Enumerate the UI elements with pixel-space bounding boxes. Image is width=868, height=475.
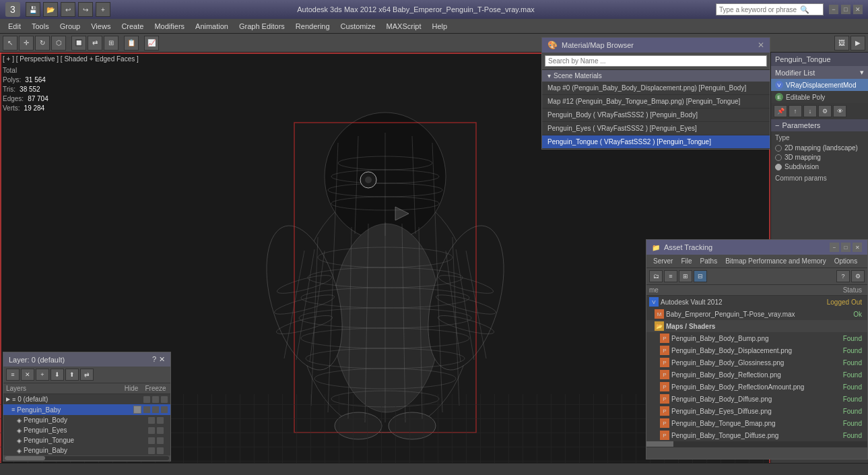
- window-controls[interactable]: − □ ✕: [829, 5, 863, 14]
- modifier-vray[interactable]: V VRayDisplacementMod: [771, 79, 868, 91]
- layer-row-baby2[interactable]: ◈ Penguin_Baby: [3, 445, 170, 455]
- ap-btn-settings[interactable]: ⚙: [851, 270, 865, 282]
- layer-row-baby[interactable]: ≡ Penguin_Baby: [3, 404, 170, 415]
- ap-asset-1[interactable]: P Penguin_Baby_Body_Displacement.png Fou…: [646, 344, 867, 356]
- lp-btn-up[interactable]: ⬆: [65, 369, 79, 381]
- layer-row-default[interactable]: ▶ ≡ 0 (default): [3, 394, 170, 404]
- ap-btn-2[interactable]: ≡: [664, 270, 677, 282]
- ap-btn-3[interactable]: ⊞: [679, 270, 692, 282]
- modifier-list-arrow[interactable]: ▾: [860, 68, 864, 77]
- toolbar-btn-2[interactable]: 📂: [43, 2, 58, 17]
- rp-configure[interactable]: ⚙: [818, 105, 832, 117]
- ap-btn-4[interactable]: ⊟: [694, 270, 707, 282]
- tb-mirror[interactable]: ⇄: [88, 36, 102, 51]
- menu-modifiers[interactable]: Modifiers: [149, 21, 190, 32]
- radio-2d[interactable]: 2D mapping (landscape): [775, 144, 864, 152]
- tb-render[interactable]: 🖼: [834, 36, 849, 51]
- mb-search-input[interactable]: [545, 55, 767, 67]
- ap-menu-bitmap[interactable]: Bitmap Performance and Memory: [721, 256, 830, 266]
- tb-scale[interactable]: ⬡: [51, 36, 66, 51]
- menu-maxscript[interactable]: MAXScript: [381, 21, 427, 32]
- minimize-btn[interactable]: −: [829, 5, 838, 14]
- tb-render2[interactable]: ▶: [850, 36, 865, 51]
- ap-btn-1[interactable]: 🗂: [649, 270, 663, 282]
- tb-move[interactable]: ✛: [19, 36, 34, 51]
- menu-create[interactable]: Create: [116, 21, 149, 32]
- layer-scrollbar[interactable]: [3, 455, 170, 461]
- close-btn[interactable]: ✕: [853, 5, 863, 14]
- mb-close-btn[interactable]: ✕: [758, 40, 764, 50]
- search-icon[interactable]: 🔍: [800, 5, 809, 14]
- search-box[interactable]: 🔍: [716, 3, 824, 15]
- ap-menu-file[interactable]: File: [677, 256, 696, 266]
- ap-asset-3[interactable]: P Penguin_Baby_Body_Reflection.png Found: [646, 369, 867, 381]
- rp-pin[interactable]: 📌: [774, 105, 787, 117]
- rp-move-down[interactable]: ↓: [803, 105, 817, 117]
- lp-btn-menu[interactable]: ≡: [6, 369, 20, 381]
- ap-vault-item[interactable]: V Autodesk Vault 2012 Logged Out: [646, 296, 867, 308]
- tb-layers[interactable]: 📋: [124, 36, 139, 51]
- ap-scrollbar[interactable]: [646, 441, 867, 447]
- modifier-poly[interactable]: E Editable Poly: [771, 91, 868, 103]
- menu-help[interactable]: Help: [427, 21, 453, 32]
- ap-minimize-btn[interactable]: −: [830, 243, 839, 252]
- ap-menu-paths[interactable]: Paths: [696, 256, 722, 266]
- tb-select[interactable]: ↖: [3, 36, 18, 51]
- tb-snap[interactable]: 🔲: [71, 36, 86, 51]
- tb-curve[interactable]: 📈: [144, 36, 159, 51]
- radio-subdiv[interactable]: Subdivision: [775, 163, 864, 170]
- rp-show[interactable]: 👁: [833, 105, 846, 117]
- tb-rotate[interactable]: ↻: [35, 36, 50, 51]
- ap-file-item[interactable]: M Baby_Emperor_Penguin_T-Pose_vray.max O…: [646, 308, 867, 320]
- ap-asset-5[interactable]: P Penguin_Baby_Body_Diffuse.png Found: [646, 393, 867, 405]
- restore-btn[interactable]: □: [841, 5, 850, 14]
- ap-restore-btn[interactable]: □: [841, 243, 850, 252]
- menu-views[interactable]: Views: [86, 21, 116, 32]
- ap-btn-help[interactable]: ?: [836, 270, 850, 282]
- ap-vault-icon: V: [649, 297, 659, 307]
- ap-close-btn[interactable]: ✕: [853, 243, 862, 252]
- layer-row-eyes[interactable]: ◈ Penguin_Eyes: [3, 425, 170, 435]
- menu-customize[interactable]: Customize: [335, 21, 381, 32]
- menu-rendering[interactable]: Rendering: [290, 21, 335, 32]
- toolbar-btn-1[interactable]: 💾: [26, 2, 40, 17]
- ap-asset-7[interactable]: P Penguin_Baby_Tongue_Bmap.png Found: [646, 417, 867, 429]
- radio-3d[interactable]: 3D mapping: [775, 154, 864, 161]
- tb-align[interactable]: ⊞: [104, 36, 119, 51]
- ap-scroll-thumb[interactable]: [646, 441, 673, 447]
- ap-asset-6[interactable]: P Penguin_Baby_Eyes_Diffuse.png Found: [646, 405, 867, 417]
- menu-graph-editors[interactable]: Graph Editors: [234, 21, 290, 32]
- lp-btn-delete[interactable]: ✕: [21, 369, 34, 381]
- mb-item-1[interactable]: Map #12 (Penguin_Baby_Tongue_Bmap.png) […: [542, 95, 770, 108]
- rp-move-up[interactable]: ↑: [789, 105, 802, 117]
- toolbar-btn-4[interactable]: ↪: [78, 2, 93, 17]
- ap-menu-options[interactable]: Options: [830, 256, 861, 266]
- menu-animation[interactable]: Animation: [190, 21, 234, 32]
- ap-menu-server[interactable]: Server: [649, 256, 677, 266]
- layer-close-btn[interactable]: ✕: [159, 355, 165, 364]
- mb-item-4[interactable]: Penguin_Tongue ( VRayFastSSS2 ) [Penguin…: [542, 135, 770, 149]
- mb-item-0[interactable]: Map #0 (Penguin_Baby_Body_Displacement.p…: [542, 82, 770, 95]
- ap-asset-2[interactable]: P Penguin_Baby_Body_Glossiness.png Found: [646, 356, 867, 369]
- ap-asset-4[interactable]: P Penguin_Baby_Body_ReflectionAmount.png…: [646, 381, 867, 393]
- ap-asset-name-6: Penguin_Baby_Eyes_Diffuse.png: [671, 408, 811, 415]
- layer-help-btn[interactable]: ?: [152, 355, 156, 364]
- toolbar-btn-5[interactable]: +: [96, 2, 110, 17]
- search-input[interactable]: [719, 6, 800, 13]
- ap-asset-8[interactable]: P Penguin_Baby_Tongue_Diffuse.png Found: [646, 429, 867, 441]
- mb-item-2[interactable]: Penguin_Body ( VRayFastSSS2 ) [Penguin_B…: [542, 108, 770, 122]
- layer-row-tongue[interactable]: ◈ Penguin_Tongue: [3, 435, 170, 445]
- menu-group[interactable]: Group: [55, 21, 86, 32]
- mb-item-3[interactable]: Penguin_Eyes ( VRayFastSSS2 ) [Penguin_E…: [542, 122, 770, 135]
- menu-edit[interactable]: Edit: [3, 21, 26, 32]
- layer-scroll-thumb[interactable]: [5, 456, 45, 460]
- ap-asset-0[interactable]: P Penguin_Baby_Body_Bump.png Found: [646, 332, 867, 344]
- toolbar-btn-3[interactable]: ↩: [61, 2, 75, 17]
- lp-btn-down[interactable]: ⬇: [51, 369, 64, 381]
- ap-maps-section[interactable]: 📂 Maps / Shaders: [646, 320, 867, 332]
- lp-btn-add[interactable]: +: [36, 369, 49, 381]
- lp-btn-transfer[interactable]: ⇄: [80, 369, 94, 381]
- layer-row-body[interactable]: ◈ Penguin_Body: [3, 415, 170, 425]
- menu-tools[interactable]: Tools: [26, 21, 55, 32]
- layer-checkbox-baby[interactable]: [133, 406, 141, 414]
